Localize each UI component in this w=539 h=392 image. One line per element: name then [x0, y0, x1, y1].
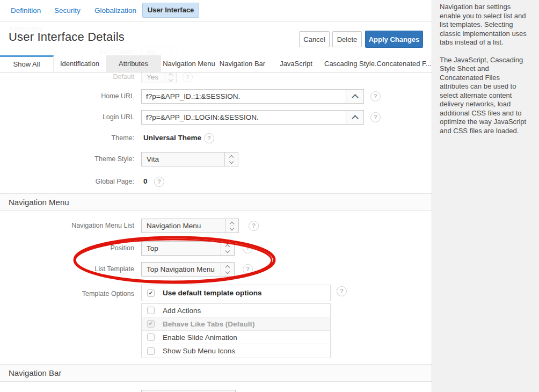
default-select[interactable]: Yes: [141, 71, 177, 83]
default-label: Default: [0, 71, 134, 83]
navigation-menu-list-label: Navigation Menu List: [0, 219, 134, 233]
checkmark-icon: ✔: [149, 291, 153, 296]
login-url-row: Login URL ?: [0, 110, 432, 125]
chevron-up-icon: [352, 94, 359, 101]
navigation-menu-list-row: Navigation Menu List Navigation Menu ?: [0, 219, 432, 233]
subtab-navigation-menu[interactable]: Navigation Menu: [161, 55, 217, 72]
spinner-icon: [225, 219, 238, 233]
help-icon[interactable]: ?: [183, 72, 193, 82]
tab-definition[interactable]: Definition: [11, 6, 41, 14]
theme-style-select[interactable]: Vita: [141, 152, 238, 166]
option-row-show-sub-menu-icons: Show Sub Menu Icons: [142, 344, 330, 358]
template-options-row: Template Options ✔ Use default template …: [0, 285, 432, 358]
subtab-javascript[interactable]: JavaScript: [268, 55, 324, 72]
navigation-bar-section-header: Navigation Bar: [0, 364, 432, 382]
page-title: User Interface Details: [9, 30, 125, 44]
template-options-label: Template Options: [0, 289, 134, 299]
subtab-navigation-bar[interactable]: Navigation Bar: [217, 55, 268, 72]
list-template-label: List Template: [0, 262, 134, 277]
login-url-label: Login URL: [0, 110, 134, 125]
subtab-concatenated-files[interactable]: Concatenated F...: [376, 55, 432, 72]
form-content: Default Yes ? Home URL ? Login URL ? The…: [0, 72, 432, 392]
subtab-identification[interactable]: Identification: [54, 55, 106, 72]
help-paragraph: The JavaScript, Cascading Style Sheet an…: [440, 56, 530, 136]
behave-like-tabs-label: Behave Like Tabs (Default): [163, 320, 255, 328]
use-default-template-options-label[interactable]: Use default template options: [163, 289, 262, 297]
subtab-show-all[interactable]: Show All: [0, 55, 54, 72]
tab-user-interface[interactable]: User Interface: [142, 3, 199, 18]
behave-like-tabs-checkbox: ✔: [147, 320, 155, 328]
help-sidebar: Navigation bar settings enable you to se…: [432, 0, 539, 392]
enable-slide-animation-checkbox[interactable]: [147, 333, 155, 341]
navigation-menu-list-select[interactable]: Navigation Menu: [141, 219, 239, 233]
subtab-cascading-style[interactable]: Cascading Style...: [324, 55, 376, 72]
template-options-primary-box: ✔ Use default template options: [141, 285, 331, 301]
show-sub-menu-icons-label[interactable]: Show Sub Menu Icons: [163, 347, 235, 355]
help-icon[interactable]: ?: [243, 243, 253, 253]
option-row-enable-slide-animation: Enable Slide Animation: [142, 331, 330, 344]
help-paragraph: Navigation bar settings enable you to se…: [440, 3, 530, 47]
help-icon[interactable]: ?: [337, 286, 347, 296]
list-template-select[interactable]: Top Navigation Menu: [141, 262, 235, 277]
option-row-add-actions: Add Actions: [142, 304, 330, 317]
cancel-button[interactable]: Cancel: [299, 31, 330, 47]
help-icon[interactable]: ?: [370, 91, 381, 101]
checkmark-icon: ✔: [149, 321, 153, 326]
option-row-behave-like-tabs: ✔ Behave Like Tabs (Default): [142, 317, 330, 331]
theme-label: Theme:: [0, 133, 134, 143]
page-header: User Interface Details Cancel Delete App…: [0, 22, 432, 55]
use-default-template-options-checkbox[interactable]: ✔: [147, 289, 155, 297]
spinner-icon: [221, 242, 234, 255]
chevron-up-icon: [352, 115, 359, 122]
global-page-label: Global Page:: [0, 177, 134, 186]
list-template-row: List Template Top Navigation Menu ?: [0, 262, 432, 277]
position-row: Position Top ?: [0, 241, 432, 256]
delete-button[interactable]: Delete: [332, 31, 362, 47]
main-column: Attributes Auto Detect No ? Definition S…: [0, 0, 432, 392]
help-icon[interactable]: ?: [243, 264, 253, 274]
expand-editor-button[interactable]: [346, 110, 364, 125]
show-sub-menu-icons-checkbox[interactable]: [147, 347, 155, 355]
global-page-row: Global Page: 0 ?: [0, 177, 432, 186]
home-url-input[interactable]: [141, 89, 346, 104]
subtab-attributes[interactable]: Attributes: [106, 55, 161, 72]
spinner-icon: [221, 263, 234, 276]
add-actions-label[interactable]: Add Actions: [163, 307, 201, 315]
template-options-group: Add Actions ✔ Behave Like Tabs (Default)…: [141, 303, 331, 358]
tab-security[interactable]: Security: [54, 6, 81, 14]
login-url-input[interactable]: [141, 110, 346, 125]
help-icon[interactable]: ?: [154, 177, 164, 187]
spinner-icon: [224, 153, 238, 166]
home-url-label: Home URL: [0, 89, 134, 104]
add-actions-checkbox[interactable]: [147, 307, 155, 314]
region-display-selector: Show All Identification Attributes Navig…: [0, 55, 432, 72]
default-row: Default Yes ?: [0, 71, 432, 83]
enable-slide-animation-label[interactable]: Enable Slide Animation: [163, 333, 237, 342]
global-page-value: 0: [143, 177, 148, 185]
apply-changes-button[interactable]: Apply Changes: [365, 31, 423, 48]
navigation-menu-section-header: Navigation Menu: [0, 193, 432, 211]
spinner-icon: [165, 71, 176, 83]
theme-style-label: Theme Style:: [0, 152, 134, 166]
help-icon[interactable]: ?: [204, 133, 214, 143]
home-url-row: Home URL ?: [0, 89, 432, 104]
position-select[interactable]: Top: [141, 241, 235, 256]
tab-globalization[interactable]: Globalization: [94, 6, 136, 14]
help-icon[interactable]: ?: [370, 112, 381, 122]
app-tabbar: Definition Security Globalization User I…: [0, 0, 432, 22]
help-icon[interactable]: ?: [249, 221, 259, 231]
partial-select-field[interactable]: [141, 390, 236, 392]
expand-editor-button[interactable]: [346, 89, 364, 104]
theme-style-row: Theme Style: Vita: [0, 152, 432, 166]
theme-value: Universal Theme: [143, 134, 201, 142]
theme-row: Theme: Universal Theme ?: [0, 133, 432, 143]
position-label: Position: [0, 241, 134, 256]
